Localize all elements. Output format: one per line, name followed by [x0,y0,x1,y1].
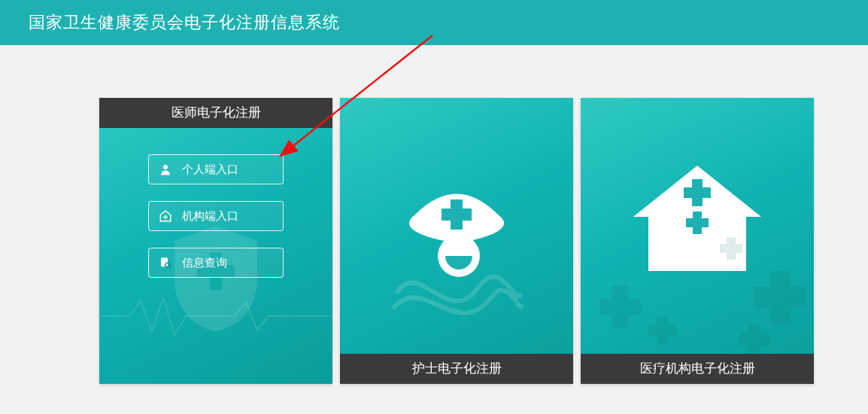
svg-rect-10 [693,212,702,234]
swirl-bg-icon [389,248,524,339]
personal-entry-label: 个人端入口 [182,163,283,177]
plus-deco-icon [599,286,641,327]
info-query-button[interactable]: 信息查询 [148,248,284,278]
info-query-label: 信息查询 [182,256,283,270]
card-doctor-title: 医师电子化注册 [99,98,332,128]
page-title: 国家卫生健康委员会电子化注册信息系统 [29,11,340,34]
hospital-cross-icon [149,209,182,223]
plus-deco-icon [648,316,677,345]
org-entry-label: 机构端入口 [182,209,283,224]
svg-point-2 [163,165,168,169]
card-medical-org[interactable]: 医疗机构电子化注册 [581,98,814,384]
card-org-title: 医疗机构电子化注册 [581,354,814,384]
svg-line-7 [169,266,171,268]
personal-entry-button[interactable]: 个人端入口 [148,154,284,184]
ekg-bg-icon [99,294,332,339]
header-banner: 国家卫生健康委员会电子化注册信息系统 [0,0,868,45]
svg-rect-5 [161,257,168,266]
person-icon [149,163,182,176]
search-doc-icon [149,256,182,269]
hospital-house-icon [633,166,761,279]
plus-deco-icon [754,271,806,324]
card-nurse-title: 护士电子化注册 [340,354,573,384]
svg-rect-12 [684,187,711,198]
plus-deco-icon [720,237,742,260]
card-row: 医师电子化注册 个人端入口 [0,45,868,384]
card-nurse[interactable]: 护士电子化注册 [340,98,573,384]
plus-deco-icon [739,324,770,355]
doctor-button-column: 个人端入口 机构端入口 [148,154,284,278]
card-doctor: 医师电子化注册 个人端入口 [99,98,332,384]
org-entry-button[interactable]: 机构端入口 [148,201,284,231]
